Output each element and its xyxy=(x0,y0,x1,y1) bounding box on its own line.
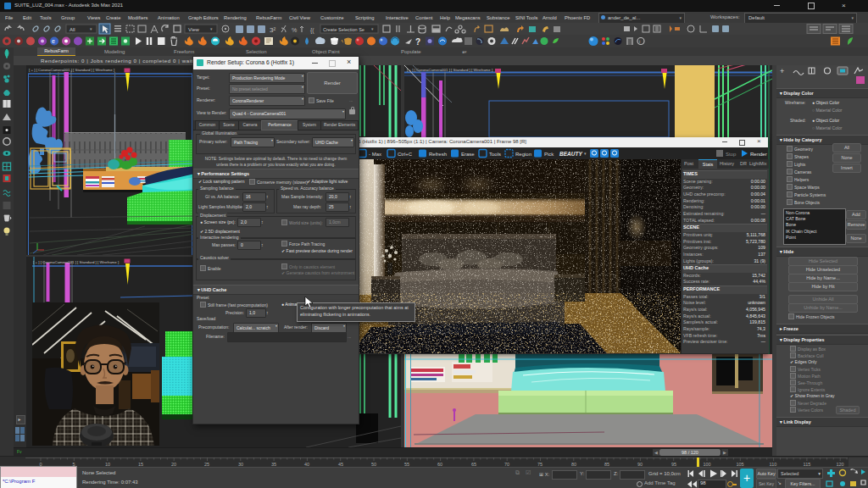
svg-text:[ + ] [ CoronaCamera001 ] [ St: [ + ] [ CoronaCamera001 ] [ Standard ] [… xyxy=(407,68,492,72)
svg-text:Tools: Tools xyxy=(489,152,501,157)
svg-text:Pick: Pick xyxy=(544,152,554,157)
svg-text:▾: ▾ xyxy=(584,151,587,156)
svg-text:Create Selection Se: Create Selection Se xyxy=(323,27,364,32)
svg-text:Erase: Erase xyxy=(461,152,475,157)
svg-text:{(: {( xyxy=(310,27,314,34)
svg-text:Render: Render xyxy=(750,152,767,157)
svg-text:View: View xyxy=(188,27,200,32)
svg-text:[ + ] [ CoronaCamera001 ] [ St: [ + ] [ CoronaCamera001 ] [ Standard ] [… xyxy=(33,260,119,264)
svg-text:?: ? xyxy=(415,37,420,47)
svg-text:Ctrl+C: Ctrl+C xyxy=(398,152,413,157)
svg-text:+: + xyxy=(780,67,784,75)
svg-text:[ + ] [ CoronaCamera001 ] [ St: [ + ] [ CoronaCamera001 ] [ Standard ] [… xyxy=(29,68,114,72)
svg-text:- Max: - Max xyxy=(369,152,381,157)
svg-text:i: i xyxy=(639,39,640,44)
svg-text:Region: Region xyxy=(515,152,531,157)
svg-text:Stop: Stop xyxy=(726,152,737,157)
svg-text:Refresh: Refresh xyxy=(429,152,447,157)
svg-text:BEAUTY: BEAUTY xyxy=(559,151,582,157)
svg-text:%: % xyxy=(292,27,297,33)
svg-text:3²: 3² xyxy=(270,26,275,34)
svg-text:All: All xyxy=(70,27,75,32)
svg-text:e: e xyxy=(52,38,55,44)
